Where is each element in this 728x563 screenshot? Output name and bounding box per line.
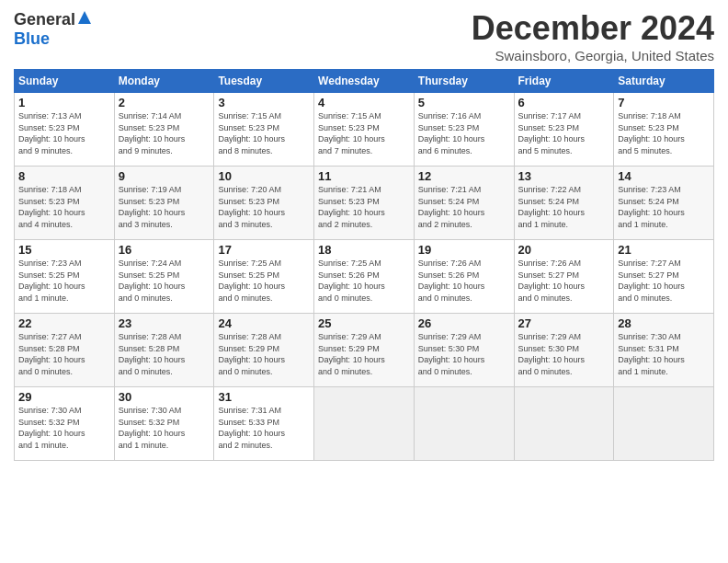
day-info: Sunrise: 7:20 AMSunset: 5:23 PMDaylight:…	[218, 184, 310, 230]
day-info: Sunrise: 7:26 AMSunset: 5:27 PMDaylight:…	[518, 258, 610, 304]
calendar-cell: 6Sunrise: 7:17 AMSunset: 5:23 PMDaylight…	[514, 93, 614, 167]
day-number: 26	[418, 316, 510, 330]
day-info: Sunrise: 7:15 AMSunset: 5:23 PMDaylight:…	[318, 110, 410, 156]
page-container: General Blue December 2024 Swainsboro, G…	[0, 0, 728, 470]
month-title: December 2024	[472, 9, 714, 48]
day-number: 30	[119, 390, 210, 404]
col-header-monday: Monday	[114, 70, 214, 93]
day-info: Sunrise: 7:27 AMSunset: 5:27 PMDaylight:…	[618, 258, 710, 304]
day-info: Sunrise: 7:23 AMSunset: 5:25 PMDaylight:…	[18, 258, 110, 304]
day-info: Sunrise: 7:13 AMSunset: 5:23 PMDaylight:…	[18, 110, 110, 156]
day-number: 19	[418, 243, 510, 257]
day-info: Sunrise: 7:29 AMSunset: 5:29 PMDaylight:…	[318, 331, 410, 377]
day-info: Sunrise: 7:21 AMSunset: 5:23 PMDaylight:…	[318, 184, 410, 230]
day-number: 16	[119, 243, 210, 257]
day-info: Sunrise: 7:18 AMSunset: 5:23 PMDaylight:…	[18, 184, 110, 230]
day-info: Sunrise: 7:24 AMSunset: 5:25 PMDaylight:…	[119, 258, 210, 304]
col-header-thursday: Thursday	[414, 70, 514, 93]
day-number: 28	[618, 316, 710, 330]
day-number: 7	[618, 96, 710, 109]
calendar-cell: 5Sunrise: 7:16 AMSunset: 5:23 PMDaylight…	[414, 93, 514, 167]
day-info: Sunrise: 7:26 AMSunset: 5:26 PMDaylight:…	[418, 258, 510, 304]
calendar-cell	[514, 387, 614, 461]
col-header-tuesday: Tuesday	[214, 70, 314, 93]
calendar-cell: 16Sunrise: 7:24 AMSunset: 5:25 PMDayligh…	[114, 240, 214, 314]
day-info: Sunrise: 7:29 AMSunset: 5:30 PMDaylight:…	[518, 331, 610, 377]
calendar-cell: 20Sunrise: 7:26 AMSunset: 5:27 PMDayligh…	[514, 240, 614, 314]
day-info: Sunrise: 7:30 AMSunset: 5:32 PMDaylight:…	[119, 405, 210, 451]
calendar-cell: 4Sunrise: 7:15 AMSunset: 5:23 PMDaylight…	[314, 93, 415, 167]
day-info: Sunrise: 7:18 AMSunset: 5:23 PMDaylight:…	[618, 110, 710, 156]
calendar-cell: 12Sunrise: 7:21 AMSunset: 5:24 PMDayligh…	[414, 167, 514, 240]
day-number: 14	[618, 169, 710, 183]
calendar-cell: 27Sunrise: 7:29 AMSunset: 5:30 PMDayligh…	[514, 314, 614, 387]
day-number: 23	[119, 316, 210, 330]
day-info: Sunrise: 7:19 AMSunset: 5:23 PMDaylight:…	[119, 184, 210, 230]
day-number: 25	[318, 316, 410, 330]
day-number: 3	[218, 96, 310, 109]
header-row: SundayMondayTuesdayWednesdayThursdayFrid…	[15, 70, 714, 93]
day-number: 18	[318, 243, 410, 257]
calendar-cell: 3Sunrise: 7:15 AMSunset: 5:23 PMDaylight…	[214, 93, 314, 167]
day-number: 6	[518, 96, 610, 109]
calendar-cell: 24Sunrise: 7:28 AMSunset: 5:29 PMDayligh…	[214, 314, 314, 387]
calendar-row: 1Sunrise: 7:13 AMSunset: 5:23 PMDaylight…	[15, 93, 714, 167]
day-number: 9	[119, 169, 210, 183]
day-info: Sunrise: 7:16 AMSunset: 5:23 PMDaylight:…	[418, 110, 510, 156]
calendar-cell: 23Sunrise: 7:28 AMSunset: 5:28 PMDayligh…	[114, 314, 214, 387]
day-number: 31	[218, 390, 310, 404]
day-number: 10	[218, 169, 310, 183]
col-header-saturday: Saturday	[614, 70, 714, 93]
day-info: Sunrise: 7:30 AMSunset: 5:32 PMDaylight:…	[18, 405, 110, 451]
calendar-cell: 9Sunrise: 7:19 AMSunset: 5:23 PMDaylight…	[114, 167, 214, 240]
day-info: Sunrise: 7:14 AMSunset: 5:23 PMDaylight:…	[119, 110, 210, 156]
calendar-table: SundayMondayTuesdayWednesdayThursdayFrid…	[14, 69, 714, 461]
calendar-cell: 15Sunrise: 7:23 AMSunset: 5:25 PMDayligh…	[15, 240, 115, 314]
day-number: 5	[418, 96, 510, 109]
calendar-cell: 1Sunrise: 7:13 AMSunset: 5:23 PMDaylight…	[15, 93, 115, 167]
day-info: Sunrise: 7:27 AMSunset: 5:28 PMDaylight:…	[18, 331, 110, 377]
calendar-cell	[414, 387, 514, 461]
day-number: 17	[218, 243, 310, 257]
calendar-row: 29Sunrise: 7:30 AMSunset: 5:32 PMDayligh…	[15, 387, 714, 461]
col-header-friday: Friday	[514, 70, 614, 93]
calendar-row: 15Sunrise: 7:23 AMSunset: 5:25 PMDayligh…	[15, 240, 714, 314]
calendar-cell	[314, 387, 415, 461]
day-info: Sunrise: 7:30 AMSunset: 5:31 PMDaylight:…	[618, 331, 710, 377]
day-info: Sunrise: 7:25 AMSunset: 5:25 PMDaylight:…	[218, 258, 310, 304]
day-number: 21	[618, 243, 710, 257]
logo: General Blue	[14, 9, 93, 49]
svg-marker-0	[78, 11, 91, 24]
day-number: 13	[518, 169, 610, 183]
calendar-cell: 7Sunrise: 7:18 AMSunset: 5:23 PMDaylight…	[614, 93, 714, 167]
day-info: Sunrise: 7:21 AMSunset: 5:24 PMDaylight:…	[418, 184, 510, 230]
location-title: Swainsboro, Georgia, United States	[472, 48, 714, 63]
calendar-cell: 11Sunrise: 7:21 AMSunset: 5:23 PMDayligh…	[314, 167, 415, 240]
calendar-cell: 17Sunrise: 7:25 AMSunset: 5:25 PMDayligh…	[214, 240, 314, 314]
calendar-cell: 21Sunrise: 7:27 AMSunset: 5:27 PMDayligh…	[614, 240, 714, 314]
day-number: 24	[218, 316, 310, 330]
calendar-cell: 19Sunrise: 7:26 AMSunset: 5:26 PMDayligh…	[414, 240, 514, 314]
calendar-cell: 31Sunrise: 7:31 AMSunset: 5:33 PMDayligh…	[214, 387, 314, 461]
day-number: 20	[518, 243, 610, 257]
calendar-row: 22Sunrise: 7:27 AMSunset: 5:28 PMDayligh…	[15, 314, 714, 387]
day-number: 4	[318, 96, 410, 109]
calendar-row: 8Sunrise: 7:18 AMSunset: 5:23 PMDaylight…	[15, 167, 714, 240]
calendar-cell: 22Sunrise: 7:27 AMSunset: 5:28 PMDayligh…	[15, 314, 115, 387]
calendar-cell: 14Sunrise: 7:23 AMSunset: 5:24 PMDayligh…	[614, 167, 714, 240]
day-info: Sunrise: 7:29 AMSunset: 5:30 PMDaylight:…	[418, 331, 510, 377]
day-info: Sunrise: 7:28 AMSunset: 5:29 PMDaylight:…	[218, 331, 310, 377]
calendar-cell: 26Sunrise: 7:29 AMSunset: 5:30 PMDayligh…	[414, 314, 514, 387]
day-number: 27	[518, 316, 610, 330]
col-header-sunday: Sunday	[15, 70, 115, 93]
day-number: 15	[18, 243, 110, 257]
calendar-cell: 18Sunrise: 7:25 AMSunset: 5:26 PMDayligh…	[314, 240, 415, 314]
day-info: Sunrise: 7:25 AMSunset: 5:26 PMDaylight:…	[318, 258, 410, 304]
day-number: 2	[119, 96, 210, 109]
day-info: Sunrise: 7:15 AMSunset: 5:23 PMDaylight:…	[218, 110, 310, 156]
day-number: 22	[18, 316, 110, 330]
calendar-cell: 13Sunrise: 7:22 AMSunset: 5:24 PMDayligh…	[514, 167, 614, 240]
calendar-cell	[614, 387, 714, 461]
day-number: 8	[18, 169, 110, 183]
day-info: Sunrise: 7:22 AMSunset: 5:24 PMDaylight:…	[518, 184, 610, 230]
